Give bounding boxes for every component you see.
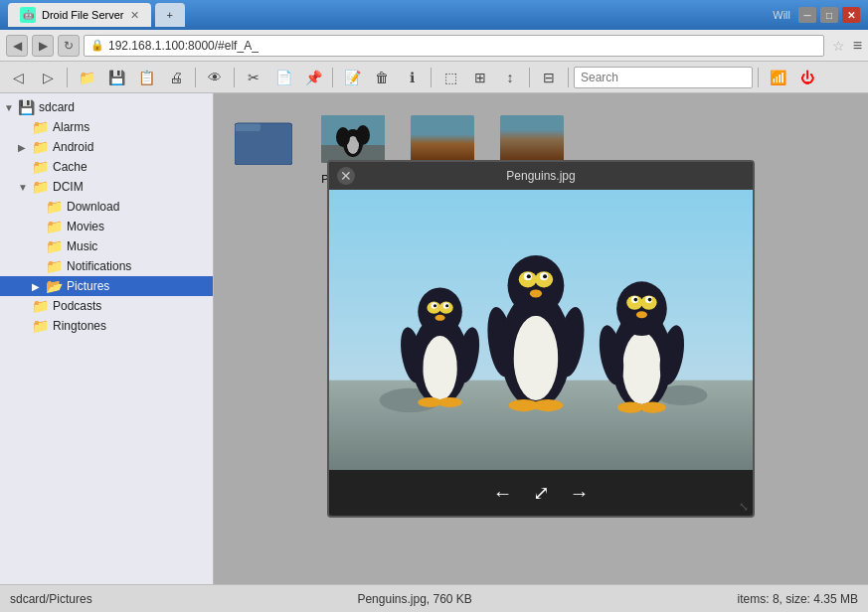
- svg-point-48: [527, 274, 531, 278]
- title-bar-left: 🤖 Droid File Server ✕ +: [8, 3, 185, 27]
- resize-handle[interactable]: ⤡: [739, 500, 749, 514]
- maximize-button[interactable]: □: [820, 7, 838, 23]
- alarms-folder-icon: 📁: [32, 119, 49, 135]
- tab-bar: 🤖 Droid File Server ✕ +: [8, 3, 185, 27]
- sidebar-item-ringtones[interactable]: 📁 Ringtones: [0, 316, 213, 336]
- sidebar-item-podcasts[interactable]: 📁 Podcasts: [0, 296, 213, 316]
- notif-folder-icon: 📁: [46, 258, 63, 274]
- toolbar-wifi-btn[interactable]: 📶: [764, 65, 791, 90]
- status-path: sdcard/Pictures: [10, 592, 92, 606]
- toolbar-back-btn[interactable]: ◁: [4, 65, 32, 90]
- refresh-button[interactable]: ↻: [58, 35, 80, 57]
- menu-button[interactable]: ≡: [853, 37, 862, 55]
- sidebar: ▼ 💾 sdcard 📁 Alarms ▶ 📁 Android 📁 Cache …: [0, 93, 214, 584]
- pictures-arrow: ▶: [32, 281, 42, 292]
- lock-icon: 🔒: [90, 39, 104, 52]
- viewer-expand-button[interactable]: ⤢: [533, 481, 550, 505]
- svg-point-28: [423, 336, 456, 400]
- music-folder-icon: 📁: [46, 238, 63, 254]
- toolbar-copy-btn[interactable]: 📄: [269, 65, 297, 90]
- toolbar-print-btn[interactable]: 🖨: [162, 65, 190, 90]
- dcim-folder-icon: 📁: [32, 179, 49, 195]
- status-file-info: Penguins.jpg, 760 KB: [357, 592, 471, 606]
- dcim-label: DCIM: [53, 180, 84, 194]
- sidebar-root[interactable]: ▼ 💾 sdcard: [0, 97, 213, 117]
- new-tab[interactable]: +: [155, 3, 185, 27]
- sidebar-item-pictures[interactable]: ▶ 📂 Pictures: [0, 276, 213, 296]
- penguin-svg: [329, 190, 753, 470]
- viewer-close-button[interactable]: ✕: [337, 167, 355, 185]
- toolbar-paste-btn[interactable]: 📌: [299, 65, 327, 90]
- viewer-title: Penguins.jpg: [506, 169, 575, 183]
- viewer-next-button[interactable]: →: [570, 482, 590, 505]
- image-viewer: ✕ Penguins.jpg: [327, 160, 755, 518]
- svg-point-43: [508, 255, 565, 316]
- active-tab[interactable]: 🤖 Droid File Server ✕: [8, 3, 151, 27]
- forward-button[interactable]: ▶: [32, 35, 54, 57]
- podcasts-folder-icon: 📁: [32, 298, 49, 314]
- svg-point-64: [636, 311, 647, 318]
- toolbar-power-btn[interactable]: ⏻: [793, 65, 821, 90]
- toolbar-open-btn[interactable]: 📁: [73, 65, 100, 90]
- toolbar-cut-btn[interactable]: ✂: [240, 65, 267, 90]
- download-folder-icon: 📁: [46, 199, 63, 215]
- toolbar-new-btn[interactable]: 📝: [338, 65, 366, 90]
- svg-point-34: [434, 304, 436, 307]
- toolbar-arrange-btn[interactable]: ⊞: [466, 65, 494, 90]
- sidebar-item-alarms[interactable]: 📁 Alarms: [0, 117, 213, 137]
- root-arrow: ▼: [4, 102, 14, 113]
- sidebar-item-cache[interactable]: 📁 Cache: [0, 157, 213, 177]
- title-bar: 🤖 Droid File Server ✕ + Will ─ □ ✕: [0, 0, 868, 30]
- sidebar-item-music[interactable]: 📁 Music: [0, 236, 213, 256]
- android-folder-icon: 📁: [32, 139, 49, 155]
- toolbar-view-btn[interactable]: 👁: [201, 65, 229, 90]
- toolbar-select-btn[interactable]: ⬚: [436, 65, 464, 90]
- movies-label: Movies: [67, 220, 104, 233]
- root-label: sdcard: [39, 100, 75, 114]
- cache-folder-icon: 📁: [32, 159, 49, 175]
- file-area: Penguins.jpg Desert.jpg Desert(1).jpg: [214, 93, 868, 584]
- toolbar-props-btn[interactable]: ℹ: [398, 65, 426, 90]
- toolbar-save-btn[interactable]: 💾: [102, 65, 130, 90]
- address-bar: ◀ ▶ ↻ 🔒 192.168.1.100:8000/#elf_A_ ☆ ≡: [0, 30, 868, 62]
- viewer-prev-button[interactable]: ←: [493, 482, 513, 505]
- viewer-controls: ← ⤢ → ⤡: [329, 470, 753, 516]
- url-text: 192.168.1.100:8000/#elf_A_: [108, 39, 259, 53]
- android-arrow: ▶: [18, 142, 28, 153]
- svg-point-54: [533, 399, 563, 411]
- toolbar-fwd-btn[interactable]: ▷: [34, 65, 62, 90]
- movies-folder-icon: 📁: [46, 219, 63, 234]
- status-bar: sdcard/Pictures Penguins.jpg, 760 KB ite…: [0, 584, 868, 612]
- tab-icon: 🤖: [20, 7, 36, 23]
- toolbar-sep-8: [758, 68, 759, 87]
- toolbar: ◁ ▷ 📁 💾 📋 🖨 👁 ✂ 📄 📌 📝 🗑 ℹ ⬚ ⊞ ↕ ⊟ 📶 ⏻: [0, 62, 868, 93]
- toolbar-sep-3: [234, 68, 235, 87]
- toolbar-search-input[interactable]: [574, 67, 753, 88]
- viewer-title-bar: ✕ Penguins.jpg: [329, 162, 753, 190]
- toolbar-del-btn[interactable]: 🗑: [368, 65, 396, 90]
- modal-overlay: ✕ Penguins.jpg: [214, 93, 868, 584]
- svg-point-36: [435, 315, 445, 321]
- download-label: Download: [67, 200, 119, 214]
- bookmark-button[interactable]: ☆: [832, 38, 845, 54]
- sidebar-item-notifications[interactable]: 📁 Notifications: [0, 256, 213, 276]
- sidebar-item-movies[interactable]: 📁 Movies: [0, 217, 213, 236]
- sidebar-item-android[interactable]: ▶ 📁 Android: [0, 137, 213, 157]
- podcasts-label: Podcasts: [53, 299, 101, 313]
- close-button[interactable]: ✕: [842, 7, 860, 23]
- tab-close-button[interactable]: ✕: [130, 9, 139, 22]
- address-field[interactable]: 🔒 192.168.1.100:8000/#elf_A_: [84, 35, 824, 57]
- ringtones-label: Ringtones: [53, 319, 106, 333]
- toolbar-sort-btn[interactable]: ↕: [496, 65, 524, 90]
- toolbar-save2-btn[interactable]: 📋: [132, 65, 160, 90]
- sidebar-item-download[interactable]: 📁 Download: [0, 197, 213, 217]
- music-label: Music: [67, 239, 97, 253]
- viewer-image-area: [329, 190, 753, 470]
- toolbar-sep-4: [332, 68, 333, 87]
- toolbar-grid-btn[interactable]: ⊟: [535, 65, 563, 90]
- sidebar-item-dcim[interactable]: ▼ 📁 DCIM: [0, 177, 213, 197]
- minimize-button[interactable]: ─: [798, 7, 816, 23]
- toolbar-sep-6: [529, 68, 530, 87]
- back-button[interactable]: ◀: [6, 35, 28, 57]
- svg-point-63: [648, 298, 652, 302]
